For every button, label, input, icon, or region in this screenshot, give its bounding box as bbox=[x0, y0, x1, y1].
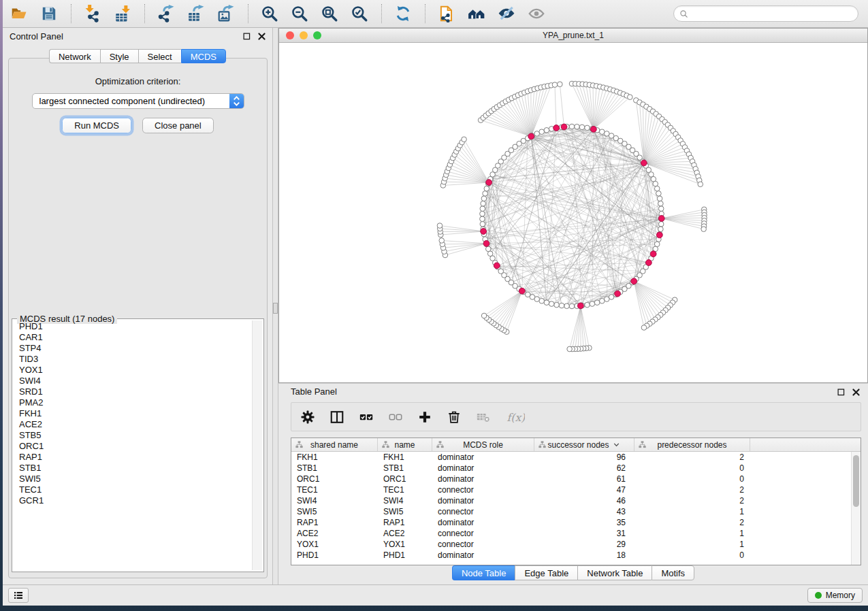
export-table-button[interactable] bbox=[187, 4, 206, 24]
table-row[interactable]: YOX1YOX1connector291 bbox=[291, 539, 852, 550]
column-header-name[interactable]: name bbox=[378, 438, 432, 451]
cell-filler bbox=[750, 495, 852, 506]
table-row[interactable]: PHD1PHD1dominator180 bbox=[291, 550, 852, 561]
table-panel-float-button[interactable] bbox=[836, 387, 846, 397]
mcds-result-item[interactable]: SWI5 bbox=[12, 474, 252, 484]
run-mcds-button[interactable]: Run MCDS bbox=[62, 118, 131, 133]
window-close-light[interactable] bbox=[286, 31, 294, 39]
column-header-successor-nodes[interactable]: successor nodes bbox=[534, 438, 634, 451]
tab-select[interactable]: Select bbox=[138, 49, 181, 63]
zoom-in-button[interactable] bbox=[260, 4, 280, 24]
table-tab-edge-table[interactable]: Edge Table bbox=[515, 565, 577, 580]
import-network-button[interactable] bbox=[83, 4, 103, 24]
sort-desc-icon[interactable] bbox=[612, 440, 621, 449]
mcds-result-item[interactable]: STP4 bbox=[12, 343, 252, 354]
control-panel-title: Control Panel bbox=[10, 31, 63, 42]
mcds-result-item[interactable]: PMA2 bbox=[12, 397, 252, 408]
cell-name: FKH1 bbox=[378, 452, 432, 463]
table-row[interactable]: ACE2ACE2connector311 bbox=[291, 528, 852, 539]
table-tab-motifs[interactable]: Motifs bbox=[652, 565, 694, 580]
mcds-tab-content: Optimization criterion: largest connecte… bbox=[8, 58, 268, 578]
window-minimize-light[interactable] bbox=[300, 31, 308, 39]
network-canvas[interactable] bbox=[279, 43, 867, 383]
table-row[interactable]: SWI4SWI4dominator462 bbox=[291, 495, 852, 506]
window-maximize-light[interactable] bbox=[313, 31, 321, 39]
search-input[interactable] bbox=[692, 7, 858, 20]
table-panel-close-button[interactable] bbox=[851, 387, 861, 397]
column-header-predecessor-nodes[interactable]: predecessor nodes bbox=[634, 438, 750, 451]
zoom-selected-button[interactable] bbox=[350, 4, 370, 24]
table-panel-header: Table Panel bbox=[278, 384, 868, 400]
table-row[interactable]: ORC1ORC1dominator610 bbox=[291, 474, 852, 484]
table-scrollbar[interactable] bbox=[851, 452, 861, 565]
mcds-result-item[interactable]: TEC1 bbox=[12, 484, 252, 495]
mcds-result-item[interactable]: GCR1 bbox=[12, 495, 252, 506]
zoom-fit-button[interactable] bbox=[320, 4, 340, 24]
column-type-icon bbox=[638, 440, 647, 449]
cell-name: ACE2 bbox=[378, 528, 432, 539]
node-table: shared name name MCDS role successor nod… bbox=[291, 437, 861, 565]
gear-icon bbox=[300, 410, 317, 425]
splitter-grip[interactable] bbox=[273, 303, 278, 314]
mcds-result-item[interactable]: STB1 bbox=[12, 463, 252, 474]
network-share-button[interactable] bbox=[437, 4, 457, 24]
memory-button[interactable]: Memory bbox=[807, 588, 863, 603]
cell-shared-name: SWI5 bbox=[291, 506, 378, 517]
mcds-result-item[interactable]: RAP1 bbox=[12, 452, 252, 463]
zoom-out-button[interactable] bbox=[290, 4, 310, 24]
select-all-button[interactable] bbox=[359, 409, 375, 425]
hide-selected-button[interactable] bbox=[497, 4, 517, 24]
delete-column-button[interactable] bbox=[447, 409, 463, 425]
export-network-button[interactable] bbox=[157, 4, 176, 24]
result-scrollbar[interactable] bbox=[252, 320, 262, 570]
tab-network[interactable]: Network bbox=[49, 49, 100, 63]
show-all-button[interactable] bbox=[467, 4, 487, 24]
show-columns-button[interactable] bbox=[329, 409, 346, 425]
houses-icon bbox=[468, 5, 486, 22]
cell-shared-name: ACE2 bbox=[291, 528, 378, 539]
mcds-result-item[interactable]: STB5 bbox=[12, 430, 252, 441]
save-session-button[interactable] bbox=[39, 4, 59, 24]
export-image-button[interactable] bbox=[216, 4, 236, 24]
mcds-result-item[interactable]: YOX1 bbox=[12, 365, 252, 376]
column-header-MCDS-role[interactable]: MCDS role bbox=[432, 438, 534, 451]
column-header-shared-name[interactable]: shared name bbox=[291, 438, 378, 451]
control-panel-float-button[interactable] bbox=[242, 31, 252, 42]
cell-MCDS-role: dominator bbox=[432, 550, 534, 561]
search-box[interactable] bbox=[673, 5, 858, 22]
select-all-icon bbox=[359, 410, 375, 425]
table-settings-button[interactable] bbox=[300, 409, 317, 425]
panel-splitter[interactable] bbox=[272, 28, 278, 585]
tab-mcds[interactable]: MCDS bbox=[181, 49, 226, 63]
mcds-result-item[interactable]: SRD1 bbox=[12, 386, 252, 397]
table-scrollbar-thumb[interactable] bbox=[853, 455, 859, 507]
table-row[interactable]: TEC1TEC1connector472 bbox=[291, 484, 852, 495]
import-table-button[interactable] bbox=[113, 4, 133, 24]
control-panel-close-button[interactable] bbox=[257, 31, 267, 42]
mcds-result-item[interactable]: FKH1 bbox=[12, 408, 252, 419]
mcds-result-item[interactable]: SWI4 bbox=[12, 376, 252, 386]
svg-text:f(x): f(x) bbox=[507, 411, 525, 423]
mcds-result-item[interactable]: ACE2 bbox=[12, 419, 252, 430]
table-row[interactable]: FKH1FKH1dominator962 bbox=[291, 452, 852, 463]
toolbar-separator bbox=[71, 4, 71, 23]
task-history-button[interactable] bbox=[8, 588, 29, 603]
open-file-button[interactable] bbox=[10, 4, 29, 24]
tab-style[interactable]: Style bbox=[100, 49, 138, 63]
cell-filler bbox=[750, 528, 852, 539]
table-row[interactable]: SWI5SWI5connector431 bbox=[291, 506, 852, 517]
mcds-result-item[interactable]: TID3 bbox=[12, 354, 252, 365]
close-panel-button[interactable]: Close panel bbox=[142, 118, 214, 133]
table-row[interactable]: RAP1RAP1dominator352 bbox=[291, 517, 852, 528]
deselect-all-button[interactable] bbox=[388, 409, 404, 425]
table-tab-node-table[interactable]: Node Table bbox=[452, 565, 515, 580]
apply-layout-button[interactable] bbox=[393, 4, 413, 24]
mcds-result-item[interactable]: PHD1 bbox=[12, 321, 252, 332]
table-row[interactable]: STB1STB1dominator620 bbox=[291, 463, 852, 474]
mcds-result-item[interactable]: ORC1 bbox=[12, 441, 252, 452]
mcds-result-item[interactable]: CAR1 bbox=[12, 332, 252, 343]
cell-predecessor-nodes: 0 bbox=[634, 550, 750, 561]
create-column-button[interactable] bbox=[417, 409, 434, 425]
criterion-select[interactable]: largest connected component (undirected) bbox=[32, 93, 244, 109]
table-tab-network-table[interactable]: Network Table bbox=[577, 565, 652, 580]
